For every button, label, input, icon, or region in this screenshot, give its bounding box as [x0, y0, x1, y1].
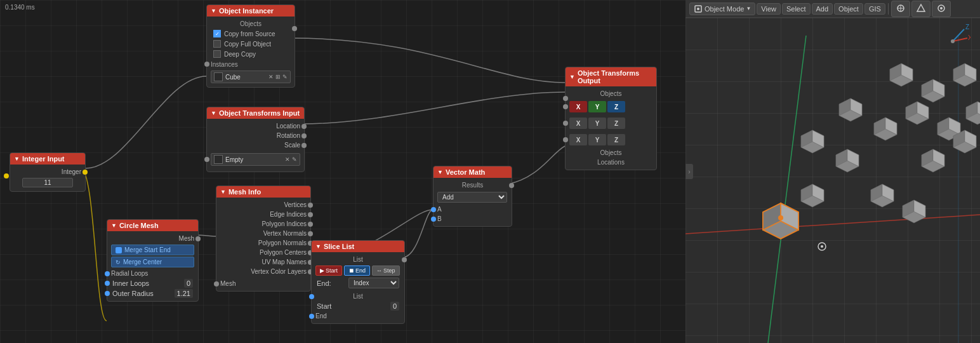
object-mode-icon [694, 4, 703, 13]
oto-left-socket-2[interactable] [563, 104, 568, 109]
side-collapse[interactable]: › [685, 164, 693, 179]
oti-location-socket[interactable] [301, 124, 307, 129]
oto-z-btn-1[interactable]: Z [607, 101, 625, 112]
oto-x-btn-1[interactable]: X [569, 101, 587, 112]
sl-start-btn[interactable]: ▶ Start [315, 266, 342, 276]
vm-results-text: Results [462, 182, 483, 189]
oto-left-socket-4[interactable] [563, 137, 568, 142]
oto-title: Object Transforms Output [578, 69, 652, 84]
deep-copy-checkbox[interactable] [213, 50, 221, 58]
cm-outer-label: Outer Radius [112, 290, 154, 297]
viewport-scene[interactable]: Z X [685, 18, 980, 343]
mi-vn-label: Vertex Normals [263, 230, 307, 237]
sl-end-select[interactable]: Index [348, 278, 399, 288]
sl-step-btn[interactable]: ↔ Step [372, 266, 400, 276]
oto-collapse-icon[interactable]: ▼ [569, 74, 575, 80]
oi-output-socket[interactable] [292, 26, 297, 31]
mi-vertices-socket[interactable] [308, 203, 313, 208]
integer-output-socket[interactable] [83, 170, 88, 175]
cm-collapse-icon[interactable]: ▼ [111, 222, 117, 229]
oto-left-socket-3[interactable] [563, 121, 568, 126]
cm-header: ▼ Circle Mesh [107, 220, 198, 231]
vm-operation-select[interactable]: Add Subtract Multiply [437, 192, 507, 203]
transform-icon-btn[interactable] [891, 1, 910, 17]
oti-instance-socket-left[interactable] [204, 157, 209, 162]
empty-pencil-icon[interactable]: ✎ [292, 156, 297, 163]
copy-from-source-checkbox[interactable] [213, 30, 221, 37]
cm-body: Mesh Merge Start End ↻ Merge Center Radi… [107, 231, 198, 301]
vm-operation-row: Add Subtract Multiply [437, 190, 508, 205]
vm-b-socket[interactable] [431, 217, 436, 222]
oti-collapse-icon[interactable]: ▼ [211, 110, 216, 116]
oti-scale-socket[interactable] [301, 143, 307, 148]
object-mode-btn[interactable]: Object Mode ▼ [689, 3, 755, 15]
cube-1 [890, 64, 913, 86]
oi-collapse-icon[interactable]: ▼ [211, 8, 216, 14]
integer-input-socket-left[interactable] [4, 173, 9, 178]
pencil-icon[interactable]: ✎ [282, 74, 288, 80]
oto-z-btn-2[interactable]: Z [607, 118, 625, 129]
cm-outer-val: 1.21 [175, 289, 193, 298]
cm-radial-row: Radial Loops [111, 269, 194, 278]
oti-scale-row: Scale [211, 140, 300, 150]
cube-color-box [214, 72, 223, 81]
snap-icon-btn[interactable] [911, 1, 930, 17]
mi-edge-socket[interactable] [308, 212, 313, 217]
copy-full-object-checkbox[interactable] [213, 40, 221, 48]
sl-start-label: Start [326, 267, 338, 274]
sl-list2-text: List [353, 293, 363, 300]
oi-instances-socket[interactable] [204, 62, 209, 67]
cube-b2 [871, 184, 894, 207]
vm-collapse-icon[interactable]: ▼ [437, 169, 443, 175]
empty-x-icon[interactable]: ✕ [285, 156, 290, 163]
mi-mesh-socket-in[interactable] [214, 281, 219, 286]
sl-stop-icon: ⏹ [348, 267, 354, 274]
collapse-icon[interactable]: ▼ [14, 156, 20, 162]
sl-collapse-icon[interactable]: ▼ [315, 243, 321, 250]
oto-left-socket-1[interactable] [563, 96, 568, 101]
add-btn[interactable]: Add [812, 3, 833, 15]
object-transforms-output-node: ▼ Object Transforms Output Objects X Y Z [565, 67, 657, 170]
sl-end-in-socket[interactable] [309, 314, 314, 319]
cm-radial-socket[interactable] [105, 271, 110, 276]
sl-end2-label: End [315, 313, 327, 319]
mi-polygon-socket[interactable] [308, 222, 313, 227]
cm-title: Circle Mesh [119, 222, 159, 229]
oto-x-btn-3[interactable]: X [569, 134, 587, 145]
cm-outer-socket[interactable] [105, 291, 110, 296]
mi-vertex-normals-row: Vertex Normals [220, 229, 307, 238]
cm-mesh-socket[interactable] [195, 236, 201, 241]
merge-center-btn[interactable]: ↻ Merge Center [111, 257, 194, 267]
mi-collapse-icon[interactable]: ▼ [220, 189, 226, 195]
mi-vn-socket[interactable] [308, 231, 313, 236]
cm-inner-val: 0 [184, 279, 193, 288]
toolbar-separator-1 [888, 3, 889, 15]
proportional-icon-btn[interactable] [932, 1, 951, 17]
integer-label: Integer [62, 168, 81, 175]
oto-x-btn-2[interactable]: X [569, 118, 587, 129]
gis-btn[interactable]: GIS [864, 3, 885, 15]
vm-result-socket[interactable] [509, 183, 514, 188]
cm-inner-socket[interactable] [105, 281, 110, 286]
sl-end-in-row: End [315, 311, 401, 321]
sl-list-in-socket[interactable] [309, 294, 314, 299]
oti-rotation-socket[interactable] [301, 133, 307, 138]
view-btn[interactable]: View [757, 3, 781, 15]
cube-2 [922, 79, 944, 102]
oto-y-btn-3[interactable]: Y [588, 134, 606, 145]
oto-y-btn-1[interactable]: Y [588, 101, 606, 112]
vm-a-socket[interactable] [431, 207, 436, 212]
oto-y-btn-2[interactable]: Y [588, 118, 606, 129]
integer-value-input[interactable] [22, 178, 73, 187]
x-icon[interactable]: ✕ [268, 74, 274, 80]
sl-end-btn[interactable]: ⏹ End [344, 266, 370, 276]
oi-objects-label: Objects [211, 19, 291, 29]
viewport: Object Mode ▼ View Select Add Object GIS [685, 0, 980, 343]
select-btn[interactable]: Select [782, 3, 811, 15]
merge-start-end-btn[interactable]: Merge Start End [111, 245, 194, 255]
mi-polygon-normals-row: Polygon Normals [220, 238, 307, 248]
oto-z-btn-3[interactable]: Z [607, 134, 625, 145]
sl-list-out-socket[interactable] [402, 257, 407, 262]
object-btn[interactable]: Object [834, 3, 863, 15]
edit-icon[interactable]: ⊞ [275, 74, 281, 80]
